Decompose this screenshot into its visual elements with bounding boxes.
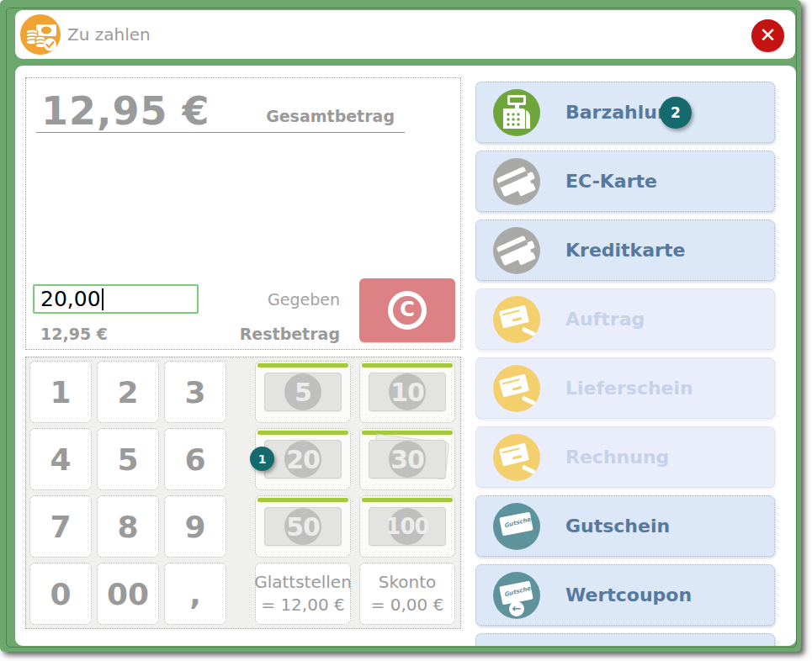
numpad-key-8[interactable]: 8 [97,495,159,558]
numpad-key-6[interactable]: 6 [164,428,226,490]
banknote-icon: 50 [264,507,342,546]
numpad-key-3[interactable]: 3 [164,361,226,423]
cash-register-icon [493,89,540,136]
banknote-icon: 20 [264,440,342,479]
payment-button-kreditkarte[interactable]: Kreditkarte [475,219,775,281]
given-value: 20,00 [40,287,101,311]
payment-button-partial[interactable] [475,633,775,646]
banknote-button-5[interactable]: 5 [255,361,351,423]
payment-button-auftrag: Auftrag [475,288,775,350]
payment-label: EC-Karte [565,171,657,192]
numpad-key-7[interactable]: 7 [29,495,92,558]
titlebar: Zu zahlen ✕ [15,10,795,59]
green-bar [362,498,453,502]
dialog-content: 12,95 € Gesamtbetrag 20,00 Gegeben 12,95… [15,66,796,646]
text-caret [102,288,103,310]
amount-panel: 12,95 € Gesamtbetrag 20,00 Gegeben 12,95… [25,77,461,350]
banknote-button-10[interactable]: 10 [359,361,455,423]
green-bar [362,363,453,368]
numpad-key-1[interactable]: 1 [29,361,92,423]
step-badge-2: 2 [660,97,692,129]
banknote-button-100[interactable]: 100 [359,495,455,558]
payment-button-wertcoupon[interactable]: Gutschein ← Wertcoupon [475,564,775,626]
numpad-key-9[interactable]: 9 [164,495,226,558]
step-badge-1: 1 [250,447,274,471]
dialog-title: Zu zahlen [67,24,151,45]
given-label: Gegeben [268,290,340,309]
payments-panel: Barzahlung 2 EC-Karte Kreditkarte Au [475,82,775,646]
payment-dialog-window: Zu zahlen ✕ 12,95 € Gesamtbetrag 20,00 G… [0,0,801,652]
banknote-icon: 10 [369,373,446,411]
payment-label: Wertcoupon [565,584,692,605]
payment-button-barzahlung[interactable]: Barzahlung 2 [475,82,775,143]
total-underline [36,132,405,133]
payment-label: Rechnung [565,447,669,468]
payment-button-rechnung: Rechnung [475,426,775,488]
numpad-key-4[interactable]: 4 [29,428,92,490]
close-icon: ✕ [759,25,776,45]
keypad-panel: 1 2 3 4 5 6 7 8 9 0 00 , 5 10 [25,357,461,629]
total-amount: 12,95 € [41,88,210,134]
payment-label: Auftrag [565,309,645,330]
green-bar [257,363,348,368]
payment-label: Lieferschein [565,378,693,399]
document-pen-icon [493,365,540,412]
denomination-grid: 5 10 20 30 50 [255,361,455,625]
given-amount-input[interactable]: 20,00 [33,284,199,314]
payment-button-gutschein[interactable]: Gutschein Gutschein [475,495,775,557]
numpad-key-2[interactable]: 2 [97,361,159,423]
numpad-key-comma[interactable]: , [164,563,226,625]
document-pen-icon [493,434,540,481]
banknote-icon: 5 [264,373,342,411]
payment-label: Gutschein [565,516,670,537]
ec-card-icon [493,158,540,205]
banknote-icon: 100 [369,507,446,546]
voucher-arrow-icon: Gutschein ← [493,572,540,619]
banknote-icon: 30 [369,440,446,479]
green-bar [362,431,453,435]
payment-button-lieferschein: Lieferschein [475,357,775,419]
skonto-button[interactable]: Skonto = 0,00 € [359,563,455,625]
glattstellen-button[interactable]: Glattstellen = 12,00 € [255,563,351,625]
numpad-key-0[interactable]: 0 [29,563,92,625]
clear-button[interactable]: C [359,278,455,342]
credit-card-icon [493,227,540,274]
banknote-button-50[interactable]: 50 [255,495,351,558]
banknote-button-30[interactable]: 30 [359,428,455,490]
arrow-left-icon: ← [509,601,524,616]
green-bar [257,431,348,435]
numpad: 1 2 3 4 5 6 7 8 9 0 00 , [29,361,226,625]
close-button[interactable]: ✕ [751,19,784,52]
payment-label: Kreditkarte [565,240,685,261]
numpad-key-5[interactable]: 5 [97,428,159,490]
numpad-key-00[interactable]: 00 [97,563,159,625]
money-coins-icon [20,14,61,55]
green-bar [257,498,348,502]
rest-label: Restbetrag [240,325,340,343]
voucher-icon: Gutschein [493,503,540,550]
document-pen-icon [493,296,540,343]
clear-icon: C [388,291,427,330]
total-label: Gesamtbetrag [266,107,395,125]
rest-amount: 12,95 € [40,325,108,343]
payment-button-ec-karte[interactable]: EC-Karte [475,151,775,212]
